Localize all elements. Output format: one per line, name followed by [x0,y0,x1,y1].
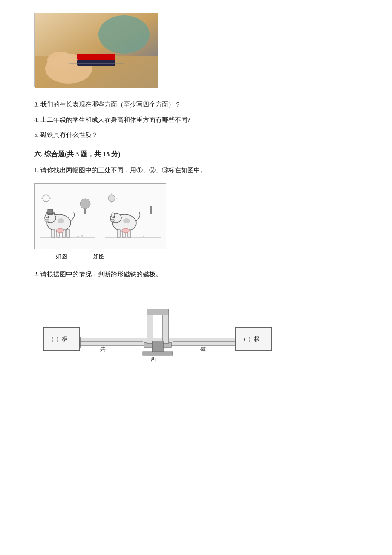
svg-rect-36 [150,206,152,214]
svg-point-8 [43,195,49,202]
svg-point-25 [56,228,64,233]
svg-text:西: 西 [150,356,156,362]
svg-rect-23 [67,230,70,237]
svg-text:共: 共 [100,346,106,352]
cow-image-right [100,184,166,249]
svg-point-28 [81,235,83,237]
svg-rect-20 [52,230,55,237]
svg-point-41 [110,219,115,222]
svg-point-40 [113,216,115,218]
image-labels: 如图 如图 [55,253,358,260]
svg-point-3 [47,52,73,69]
svg-text:（   ）极: （ ）极 [240,336,260,342]
svg-rect-30 [48,209,53,214]
svg-rect-59 [143,352,173,355]
svg-rect-6 [77,60,115,66]
question-4: 4. 上二年级的学生和成人在身高和体重方面有哪些不同? [34,115,358,126]
svg-point-31 [108,195,115,202]
sub-question-2: 2. 请根据图中的情况，判断蹄形磁铁的磁极。 [34,269,358,280]
svg-rect-57 [147,309,169,315]
svg-rect-5 [77,54,115,60]
question-3: 3. 我们的生长表现在哪些方面（至少写四个方面）？ [34,99,358,110]
svg-point-14 [80,199,90,209]
svg-point-19 [45,219,49,222]
sub-question-1: 1. 请你找出两幅图中的三处不同，用①、②、③标在如图中。 [34,165,358,176]
image-label-right: 如图 [93,253,105,260]
svg-point-18 [48,216,49,218]
magnet-diagram: （ ）极 （ ）极 共 [34,288,290,373]
svg-rect-42 [117,230,120,237]
svg-point-48 [143,236,144,237]
svg-text:磁: 磁 [200,346,206,352]
svg-point-24 [58,218,64,223]
svg-point-27 [77,236,79,237]
question-5: 5. 磁铁具有什么性质？ [34,130,358,141]
section-6-header: 六. 综合题(共 3 题，共 15 分) [34,150,358,159]
svg-point-46 [122,228,130,233]
svg-point-45 [123,218,130,223]
image-label-left: 如图 [55,253,67,260]
svg-text:（   ）极: （ ）极 [48,336,68,342]
cow-image-pair [34,183,166,249]
cow-image-left [35,184,100,249]
svg-point-4 [98,15,150,54]
top-photo [34,13,158,87]
